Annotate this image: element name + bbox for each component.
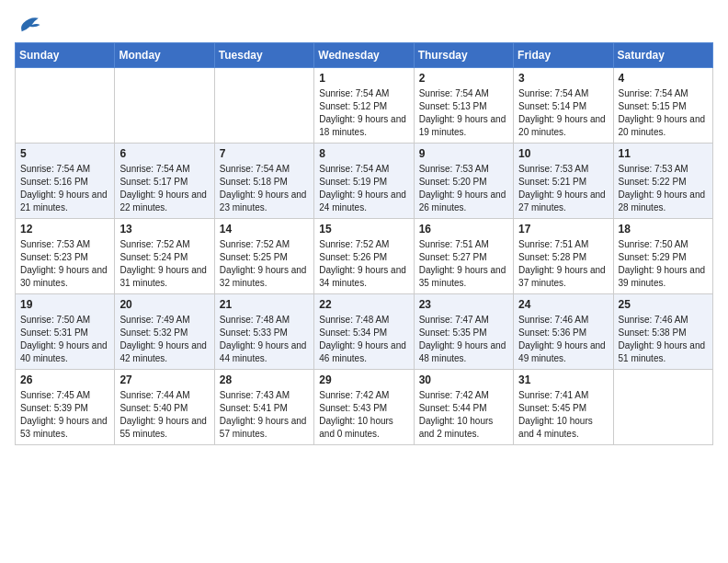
day-number: 17 — [518, 223, 608, 236]
day-cell — [613, 370, 712, 445]
day-number: 12 — [20, 223, 109, 236]
day-cell: 30Sunrise: 7:42 AMSunset: 5:44 PMDayligh… — [414, 370, 513, 445]
day-cell: 9Sunrise: 7:53 AMSunset: 5:20 PMDaylight… — [414, 144, 513, 219]
day-cell: 23Sunrise: 7:47 AMSunset: 5:35 PMDayligh… — [414, 294, 513, 370]
day-info: Sunrise: 7:52 AMSunset: 5:24 PMDaylight:… — [119, 238, 209, 290]
week-row-1: 1Sunrise: 7:54 AMSunset: 5:12 PMDaylight… — [16, 68, 713, 144]
day-info: Sunrise: 7:43 AMSunset: 5:41 PMDaylight:… — [220, 389, 309, 441]
day-info: Sunrise: 7:49 AMSunset: 5:32 PMDaylight:… — [119, 314, 209, 365]
week-row-5: 26Sunrise: 7:45 AMSunset: 5:39 PMDayligh… — [16, 370, 713, 445]
day-info: Sunrise: 7:54 AMSunset: 5:14 PMDaylight:… — [518, 87, 608, 139]
weekday-header-thursday: Thursday — [414, 43, 513, 68]
day-number: 24 — [518, 298, 608, 311]
day-cell: 24Sunrise: 7:46 AMSunset: 5:36 PMDayligh… — [514, 294, 613, 370]
day-cell: 25Sunrise: 7:46 AMSunset: 5:38 PMDayligh… — [613, 294, 712, 370]
day-info: Sunrise: 7:48 AMSunset: 5:33 PMDaylight:… — [220, 314, 309, 365]
weekday-header-wednesday: Wednesday — [314, 43, 414, 68]
day-number: 6 — [119, 147, 209, 160]
day-info: Sunrise: 7:54 AMSunset: 5:16 PMDaylight:… — [20, 163, 109, 214]
day-info: Sunrise: 7:50 AMSunset: 5:31 PMDaylight:… — [20, 314, 109, 365]
day-cell: 4Sunrise: 7:54 AMSunset: 5:15 PMDaylight… — [613, 68, 712, 144]
day-number: 29 — [319, 373, 408, 386]
day-number: 4 — [619, 72, 708, 85]
day-number: 5 — [20, 147, 109, 160]
day-cell: 21Sunrise: 7:48 AMSunset: 5:33 PMDayligh… — [214, 294, 313, 370]
day-cell: 28Sunrise: 7:43 AMSunset: 5:41 PMDayligh… — [214, 370, 313, 445]
day-info: Sunrise: 7:53 AMSunset: 5:20 PMDaylight:… — [419, 163, 508, 214]
day-info: Sunrise: 7:54 AMSunset: 5:19 PMDaylight:… — [319, 163, 408, 214]
day-cell: 3Sunrise: 7:54 AMSunset: 5:14 PMDaylight… — [514, 68, 613, 144]
day-cell: 11Sunrise: 7:53 AMSunset: 5:22 PMDayligh… — [613, 144, 712, 219]
day-number: 26 — [20, 373, 109, 386]
day-cell: 2Sunrise: 7:54 AMSunset: 5:13 PMDaylight… — [414, 68, 513, 144]
day-number: 27 — [119, 373, 209, 386]
day-number: 15 — [319, 223, 408, 236]
day-info: Sunrise: 7:42 AMSunset: 5:43 PMDaylight:… — [319, 389, 408, 441]
day-info: Sunrise: 7:54 AMSunset: 5:13 PMDaylight:… — [419, 87, 508, 139]
day-number: 2 — [419, 72, 508, 85]
page-header — [15, 15, 713, 33]
day-number: 14 — [220, 223, 309, 236]
day-info: Sunrise: 7:51 AMSunset: 5:28 PMDaylight:… — [518, 238, 608, 290]
day-cell: 15Sunrise: 7:52 AMSunset: 5:26 PMDayligh… — [314, 219, 414, 294]
day-info: Sunrise: 7:42 AMSunset: 5:44 PMDaylight:… — [419, 389, 508, 441]
day-cell: 8Sunrise: 7:54 AMSunset: 5:19 PMDaylight… — [314, 144, 414, 219]
day-cell: 27Sunrise: 7:44 AMSunset: 5:40 PMDayligh… — [115, 370, 214, 445]
day-cell: 22Sunrise: 7:48 AMSunset: 5:34 PMDayligh… — [314, 294, 414, 370]
day-number: 10 — [518, 147, 608, 160]
day-number: 13 — [119, 223, 209, 236]
calendar-table: SundayMondayTuesdayWednesdayThursdayFrid… — [15, 42, 713, 445]
weekday-header-tuesday: Tuesday — [214, 43, 313, 68]
day-cell: 17Sunrise: 7:51 AMSunset: 5:28 PMDayligh… — [514, 219, 613, 294]
day-number: 1 — [319, 72, 408, 85]
day-info: Sunrise: 7:48 AMSunset: 5:34 PMDaylight:… — [319, 314, 408, 365]
day-cell: 18Sunrise: 7:50 AMSunset: 5:29 PMDayligh… — [613, 219, 712, 294]
day-info: Sunrise: 7:46 AMSunset: 5:38 PMDaylight:… — [619, 314, 708, 365]
day-number: 19 — [20, 298, 109, 311]
weekday-header-sunday: Sunday — [16, 43, 115, 68]
day-number: 7 — [220, 147, 309, 160]
day-info: Sunrise: 7:52 AMSunset: 5:25 PMDaylight:… — [220, 238, 309, 290]
day-number: 22 — [319, 298, 408, 311]
day-number: 11 — [619, 147, 708, 160]
logo-icon — [15, 15, 40, 33]
day-cell: 19Sunrise: 7:50 AMSunset: 5:31 PMDayligh… — [16, 294, 115, 370]
weekday-header-saturday: Saturday — [613, 43, 712, 68]
week-row-4: 19Sunrise: 7:50 AMSunset: 5:31 PMDayligh… — [16, 294, 713, 370]
day-number: 21 — [220, 298, 309, 311]
day-cell: 1Sunrise: 7:54 AMSunset: 5:12 PMDaylight… — [314, 68, 414, 144]
day-info: Sunrise: 7:50 AMSunset: 5:29 PMDaylight:… — [619, 238, 708, 290]
day-number: 16 — [419, 223, 508, 236]
weekday-header-row: SundayMondayTuesdayWednesdayThursdayFrid… — [16, 43, 713, 68]
day-number: 30 — [419, 373, 508, 386]
weekday-header-friday: Friday — [514, 43, 613, 68]
day-cell: 31Sunrise: 7:41 AMSunset: 5:45 PMDayligh… — [514, 370, 613, 445]
day-cell: 20Sunrise: 7:49 AMSunset: 5:32 PMDayligh… — [115, 294, 214, 370]
day-info: Sunrise: 7:53 AMSunset: 5:23 PMDaylight:… — [20, 238, 109, 290]
day-info: Sunrise: 7:54 AMSunset: 5:18 PMDaylight:… — [220, 163, 309, 214]
day-number: 31 — [518, 373, 608, 386]
day-cell: 14Sunrise: 7:52 AMSunset: 5:25 PMDayligh… — [214, 219, 313, 294]
day-cell — [16, 68, 115, 144]
day-number: 18 — [619, 223, 708, 236]
day-number: 20 — [119, 298, 209, 311]
day-info: Sunrise: 7:54 AMSunset: 5:17 PMDaylight:… — [119, 163, 209, 214]
day-info: Sunrise: 7:54 AMSunset: 5:15 PMDaylight:… — [619, 87, 708, 139]
day-info: Sunrise: 7:53 AMSunset: 5:21 PMDaylight:… — [518, 163, 608, 214]
day-info: Sunrise: 7:54 AMSunset: 5:12 PMDaylight:… — [319, 87, 408, 139]
week-row-3: 12Sunrise: 7:53 AMSunset: 5:23 PMDayligh… — [16, 219, 713, 294]
day-info: Sunrise: 7:47 AMSunset: 5:35 PMDaylight:… — [419, 314, 508, 365]
day-cell: 29Sunrise: 7:42 AMSunset: 5:43 PMDayligh… — [314, 370, 414, 445]
day-number: 8 — [319, 147, 408, 160]
day-number: 25 — [619, 298, 708, 311]
weekday-header-monday: Monday — [115, 43, 214, 68]
day-cell: 16Sunrise: 7:51 AMSunset: 5:27 PMDayligh… — [414, 219, 513, 294]
day-cell — [115, 68, 214, 144]
day-info: Sunrise: 7:46 AMSunset: 5:36 PMDaylight:… — [518, 314, 608, 365]
day-cell: 26Sunrise: 7:45 AMSunset: 5:39 PMDayligh… — [16, 370, 115, 445]
week-row-2: 5Sunrise: 7:54 AMSunset: 5:16 PMDaylight… — [16, 144, 713, 219]
day-cell: 7Sunrise: 7:54 AMSunset: 5:18 PMDaylight… — [214, 144, 313, 219]
day-info: Sunrise: 7:45 AMSunset: 5:39 PMDaylight:… — [20, 389, 109, 441]
day-cell — [214, 68, 313, 144]
day-cell: 6Sunrise: 7:54 AMSunset: 5:17 PMDaylight… — [115, 144, 214, 219]
